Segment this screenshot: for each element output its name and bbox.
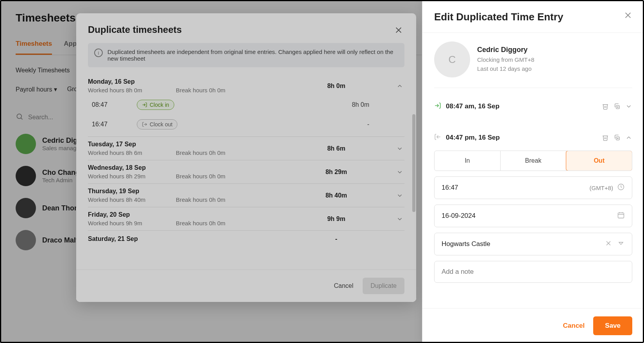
cancel-button[interactable]: Cancel: [334, 282, 353, 289]
day-block: Tuesday, 17 Sep Worked hours 8h 6m Break…: [88, 137, 404, 160]
entry-duration: 8h 0m: [352, 101, 369, 108]
calendar-icon: [617, 211, 625, 221]
seg-out[interactable]: Out: [566, 151, 632, 171]
day-date: Friday, 20 Sep: [88, 211, 176, 218]
day-worked: Worked hours 8h 0m: [88, 87, 176, 93]
entry-in-label: 08:47 am, 16 Sep: [446, 102, 597, 110]
info-banner: i Duplicated timesheets are independent …: [88, 43, 404, 67]
day-total: 8h 29m: [277, 169, 395, 176]
chevron-down-icon: [395, 215, 404, 223]
day-date: Thursday, 19 Sep: [88, 188, 176, 195]
info-text: Duplicated timesheets are independent fr…: [107, 48, 398, 62]
location-field[interactable]: [434, 233, 632, 255]
location-input[interactable]: [442, 240, 605, 248]
seg-in[interactable]: In: [435, 151, 501, 171]
arrow-in-icon: [434, 102, 441, 111]
entry-out-label: 04:47 pm, 16 Sep: [446, 134, 597, 142]
note-field[interactable]: [434, 261, 632, 283]
scrollbar[interactable]: [412, 114, 415, 212]
day-header[interactable]: Wednesday, 18 Sep Worked hours 8h 29m Br…: [88, 164, 404, 180]
day-block: Saturday, 21 Sep -: [88, 231, 404, 247]
duplicate-timesheets-modal: Duplicate timesheets i Duplicated timesh…: [76, 13, 416, 302]
duplicate-button[interactable]: Duplicate: [363, 278, 404, 294]
clock-out-badge: Clock out: [137, 119, 177, 129]
panel-title: Edit Duplicated Time Entry: [434, 11, 563, 23]
day-total: 8h 6m: [277, 145, 395, 152]
time-field[interactable]: (GMT+8): [434, 176, 632, 199]
clock-type-segmented: In Break Out: [434, 151, 632, 171]
save-button[interactable]: Save: [593, 316, 632, 335]
day-worked: Worked hours 8h 6m: [88, 149, 176, 156]
panel-footer: Cancel Save: [422, 308, 644, 343]
chevron-down-icon: [395, 145, 404, 152]
day-date: Monday, 16 Sep: [88, 78, 176, 85]
day-total: -: [277, 235, 395, 242]
chevron-down-icon: [395, 169, 404, 176]
day-date: Tuesday, 17 Sep: [88, 141, 176, 148]
day-break: Break hours 0h 0m: [176, 220, 277, 226]
clear-icon[interactable]: [605, 239, 612, 249]
edit-time-entry-panel: Edit Duplicated Time Entry C Cedric Digg…: [422, 0, 644, 343]
day-total: 8h 0m: [277, 83, 395, 90]
chevron-up-icon: [395, 83, 404, 90]
day-worked: Worked hours 8h 29m: [88, 173, 176, 180]
close-icon[interactable]: [393, 24, 404, 36]
date-field[interactable]: [434, 205, 632, 227]
delete-icon[interactable]: [602, 134, 609, 141]
day-break: Break hours 0h 0m: [176, 87, 277, 93]
modal-title: Duplicate timesheets: [88, 24, 182, 35]
day-header[interactable]: Tuesday, 17 Sep Worked hours 8h 6m Break…: [88, 141, 404, 156]
day-date: Saturday, 21 Sep: [88, 235, 176, 242]
clock-out-row[interactable]: 04:47 pm, 16 Sep: [434, 128, 632, 147]
avatar: C: [434, 41, 470, 77]
time-entry-row[interactable]: 08:47 Clock in 8h 0m: [88, 93, 404, 113]
entry-duration: -: [367, 121, 369, 128]
svg-rect-17: [618, 213, 624, 218]
time-entry-row[interactable]: 16:47 Clock out -: [88, 113, 404, 133]
day-block: Thursday, 19 Sep Worked hours 8h 40m Bre…: [88, 184, 404, 207]
chevron-up-icon[interactable]: [625, 134, 632, 141]
day-header[interactable]: Friday, 20 Sep Worked hours 9h 9m Break …: [88, 211, 404, 226]
day-total: 8h 40m: [277, 192, 395, 199]
day-block: Wednesday, 18 Sep Worked hours 8h 29m Br…: [88, 160, 404, 184]
close-icon[interactable]: [624, 11, 632, 21]
duplicate-icon[interactable]: [614, 134, 621, 141]
cancel-button[interactable]: Cancel: [563, 322, 585, 330]
clock-icon: [617, 183, 625, 192]
svg-marker-23: [619, 242, 623, 245]
note-input[interactable]: [442, 268, 625, 276]
day-total: 9h 9m: [277, 215, 395, 223]
modal-body: Monday, 16 Sep Worked hours 8h 0m Break …: [76, 67, 416, 269]
clock-in-badge: Clock in: [137, 100, 174, 110]
arrow-out-icon: [434, 133, 441, 142]
info-icon: i: [94, 48, 103, 57]
chevron-down-icon[interactable]: [625, 103, 632, 110]
entry-time: 16:47: [92, 121, 137, 128]
delete-icon[interactable]: [602, 103, 609, 110]
day-header[interactable]: Monday, 16 Sep Worked hours 8h 0m Break …: [88, 78, 404, 93]
day-block: Monday, 16 Sep Worked hours 8h 0m Break …: [88, 74, 404, 137]
profile-name: Cedric Diggory: [477, 46, 534, 54]
day-block: Friday, 20 Sep Worked hours 9h 9m Break …: [88, 207, 404, 231]
day-worked: Worked hours 8h 40m: [88, 196, 176, 203]
modal-footer: Cancel Duplicate: [76, 269, 416, 302]
day-break: Break hours 0h 0m: [176, 149, 277, 156]
clock-in-row[interactable]: 08:47 am, 16 Sep: [434, 97, 632, 116]
profile-last-out: Last out 12 days ago: [477, 65, 534, 74]
day-break: Break hours 0h 0m: [176, 173, 277, 180]
day-header[interactable]: Thursday, 19 Sep Worked hours 8h 40m Bre…: [88, 188, 404, 203]
chevron-down-icon: [395, 192, 404, 199]
day-date: Wednesday, 18 Sep: [88, 164, 176, 171]
day-break: Break hours 0h 0m: [176, 196, 277, 203]
duplicate-icon[interactable]: [614, 103, 621, 110]
profile-block: C Cedric Diggory Clocking from GMT+8 Las…: [434, 41, 632, 88]
chevron-down-icon[interactable]: [617, 239, 625, 249]
time-input[interactable]: [442, 184, 590, 192]
day-header[interactable]: Saturday, 21 Sep -: [88, 235, 404, 243]
date-input[interactable]: [442, 212, 617, 220]
day-worked: Worked hours 9h 9m: [88, 220, 176, 226]
seg-break[interactable]: Break: [501, 151, 567, 171]
profile-timezone: Clocking from GMT+8: [477, 56, 534, 65]
entry-time: 08:47: [92, 101, 137, 108]
tz-suffix: (GMT+8): [590, 185, 613, 191]
